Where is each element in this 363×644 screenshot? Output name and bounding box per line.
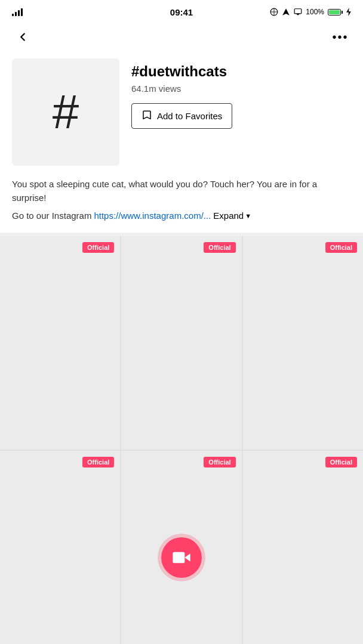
description-text: You spot a sleeping cute cat, what would…: [12, 178, 351, 205]
status-left: [12, 8, 23, 16]
signal-bar-2: [15, 12, 17, 16]
video-cell-3[interactable]: Official: [243, 236, 363, 450]
more-options-button[interactable]: •••: [330, 26, 351, 48]
status-time: 09:41: [170, 7, 193, 17]
video-grid: Official Official Official Official Offi…: [0, 236, 363, 644]
official-badge-3: Official: [325, 242, 357, 253]
record-button[interactable]: [161, 537, 202, 578]
location-icon: [270, 8, 278, 16]
svg-marker-3: [282, 8, 290, 16]
nav-bar: •••: [0, 21, 363, 52]
video-cell-6[interactable]: Official: [243, 451, 363, 644]
more-icon: •••: [332, 30, 348, 44]
signal-bar-1: [12, 14, 14, 16]
navigation-icon: [282, 8, 290, 16]
official-badge-6: Official: [325, 457, 357, 467]
views-count: 64.1m views: [131, 83, 351, 94]
battery-fill: [329, 10, 340, 14]
record-button-container: [121, 451, 241, 644]
signal-bar-4: [21, 8, 23, 16]
svg-rect-4: [294, 9, 302, 14]
video-cell-1[interactable]: Official: [0, 236, 120, 450]
battery-icon: [328, 9, 343, 16]
back-icon: [16, 30, 29, 44]
signal-bar-3: [18, 10, 20, 16]
profile-section: # #duetwithcats 64.1m views Add to Favor…: [0, 52, 363, 178]
status-right: 100%: [270, 8, 351, 16]
expand-button[interactable]: Expand ▼: [213, 210, 251, 221]
profile-info: #duetwithcats 64.1m views Add to Favorit…: [131, 58, 351, 129]
bookmark-svg: [141, 110, 152, 120]
battery-percent: 100%: [306, 8, 324, 16]
add-favorites-label: Add to Favorites: [157, 111, 222, 121]
expand-label: Expand: [213, 210, 244, 221]
svg-rect-7: [173, 552, 184, 564]
add-to-favorites-button[interactable]: Add to Favorites: [131, 103, 232, 129]
svg-marker-5: [296, 14, 300, 16]
hashtag-symbol: #: [53, 88, 79, 136]
bookmark-icon: [141, 110, 152, 122]
camera-icon: [172, 548, 191, 567]
official-badge-4: Official: [82, 457, 114, 467]
battery-body: [328, 9, 341, 16]
svg-marker-6: [346, 8, 351, 16]
instagram-prefix: Go to our Instagram: [12, 210, 91, 221]
video-cell-2[interactable]: Official: [121, 236, 241, 450]
official-badge-2: Official: [204, 242, 235, 253]
instagram-link-row: Go to our Instagram https://www.instagra…: [12, 210, 351, 221]
back-button[interactable]: [12, 26, 33, 48]
status-bar: 09:41 100%: [0, 0, 363, 21]
hashtag-thumbnail: #: [12, 58, 119, 166]
hashtag-title: #duetwithcats: [131, 63, 351, 80]
instagram-link[interactable]: https://www.instagram.com/...: [94, 210, 211, 221]
description-section: You spot a sleeping cute cat, what would…: [0, 178, 363, 227]
charging-icon: [346, 8, 351, 16]
official-badge-1: Official: [82, 242, 114, 253]
video-cell-5[interactable]: Official: [121, 451, 241, 644]
video-cell-4[interactable]: Official: [0, 451, 120, 644]
battery-tip: [342, 11, 343, 14]
airplay-icon: [294, 8, 302, 16]
expand-arrow-icon: ▼: [245, 212, 251, 219]
signal-bars: [12, 8, 23, 16]
record-button-outer: [158, 534, 205, 581]
